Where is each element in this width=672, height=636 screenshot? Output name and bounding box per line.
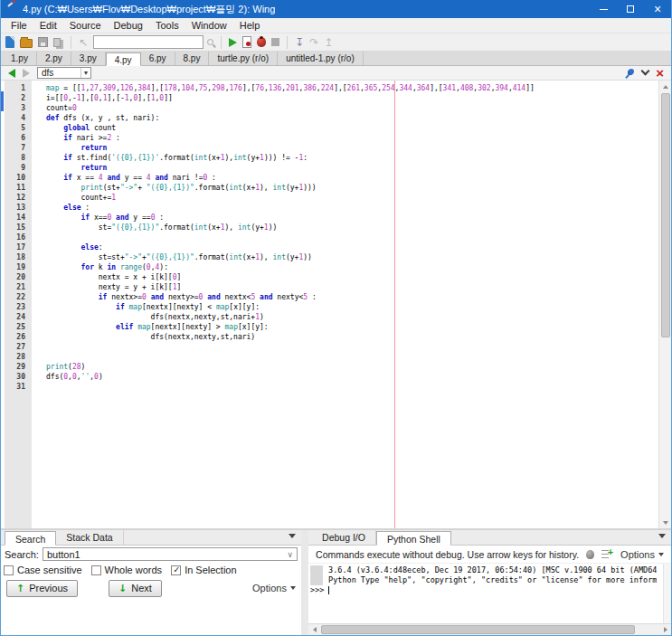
back-icon[interactable] — [8, 69, 15, 78]
shell-options-button[interactable]: Options — [620, 549, 664, 560]
line-number[interactable]: 13 — [5, 203, 32, 213]
code-line[interactable]: elif map[nextx][nexty] > map[x][y]: — [32, 322, 658, 332]
code-line[interactable]: i=[[0,-1],[0,1],[-1,0],[1,0]] — [32, 93, 658, 103]
code-line[interactable] — [32, 233, 658, 242]
code-line[interactable]: nextx = x + i[k][0] — [32, 272, 658, 282]
checkbox-box[interactable] — [171, 565, 181, 575]
add-history-icon[interactable] — [601, 549, 613, 559]
tab-stack-data[interactable]: Stack Data — [56, 530, 123, 545]
line-number[interactable]: 3 — [5, 103, 32, 113]
line-number[interactable]: 26 — [5, 332, 32, 342]
search-icon[interactable] — [207, 39, 213, 45]
search-options-button[interactable]: Options — [252, 583, 296, 593]
debug-toggle-icon[interactable] — [586, 550, 594, 559]
code-line[interactable]: st="({0},{1})".format(int(x+1), int(y+1)… — [32, 223, 658, 233]
close-button[interactable]: × — [644, 0, 671, 18]
editor-gutter[interactable]: 1234567891011121314151617181920212223242… — [5, 81, 32, 528]
code-line[interactable]: global count — [32, 123, 658, 133]
chevron-down-icon[interactable] — [641, 67, 650, 76]
code-line[interactable]: else : — [32, 203, 658, 213]
code-line[interactable] — [32, 352, 658, 362]
checkbox-box[interactable] — [91, 565, 101, 575]
code-line[interactable]: def dfs (x, y , st, nari): — [32, 113, 658, 123]
line-number[interactable]: 7 — [5, 143, 32, 153]
file-tab-6-py[interactable]: 6.py — [141, 52, 175, 65]
code-line[interactable]: if x == 4 and y == 4 and nari !=0 : — [32, 173, 658, 183]
line-number[interactable]: 16 — [5, 233, 32, 242]
menu-edit[interactable]: Edit — [33, 18, 63, 33]
checkbox-case-sensitive[interactable]: Case sensitive — [4, 565, 82, 575]
scrollbar-thumb[interactable] — [321, 625, 635, 634]
file-tab-untitled-1-py-r-o[interactable]: untitled-1.py (r/o) — [278, 52, 364, 65]
shell-prompt-row[interactable]: >>> — [308, 585, 663, 595]
panel-menu-icon[interactable] — [658, 534, 666, 538]
line-number[interactable]: 30 — [5, 372, 32, 382]
file-tab-turtle-py-r-o[interactable]: turtle.py (r/o) — [209, 52, 278, 65]
panel-menu-icon[interactable] — [289, 534, 296, 538]
code-line[interactable]: if nextx>=0 and nexty>=0 and nextx<5 and… — [32, 292, 658, 302]
line-number[interactable]: 19 — [5, 262, 32, 272]
line-number[interactable]: 10 — [5, 173, 32, 183]
step-over-icon[interactable]: ↷ — [309, 37, 318, 48]
code-line[interactable] — [32, 342, 658, 352]
toolbar-search-input[interactable] — [93, 35, 203, 49]
file-tab-8-py[interactable]: 8.py — [175, 52, 210, 65]
code-line[interactable]: st=st+"->"+"({0},{1})".format(int(x+1), … — [32, 252, 658, 262]
code-line[interactable]: print(28) — [32, 362, 658, 372]
file-tab-1-py[interactable]: 1.py — [3, 52, 37, 65]
line-number[interactable]: 14 — [5, 213, 32, 223]
line-number[interactable]: 5 — [5, 123, 32, 133]
menu-file[interactable]: File — [5, 18, 33, 33]
line-number[interactable]: 28 — [5, 352, 32, 362]
previous-button[interactable]: ↑ Previous — [6, 580, 78, 597]
tab-python-shell[interactable]: Python Shell — [376, 531, 451, 546]
checkbox-in-selection[interactable]: In Selection — [171, 565, 236, 575]
line-number[interactable]: 31 — [5, 382, 32, 392]
code-line[interactable]: return — [32, 143, 658, 153]
code-line[interactable] — [32, 382, 658, 392]
code-line[interactable]: for k in range(0,4): — [32, 262, 658, 272]
panel-splitter[interactable] — [301, 530, 308, 635]
file-tab-4-py[interactable]: 4.py — [106, 52, 141, 66]
line-number[interactable]: 25 — [5, 322, 32, 332]
forward-icon[interactable] — [23, 69, 30, 78]
chevron-down-icon[interactable]: ∨ — [284, 550, 297, 559]
shell-vertical-scrollbar[interactable] — [663, 564, 671, 623]
code-line[interactable]: nexty = y + i[k][1] — [32, 282, 658, 292]
shell-horizontal-scrollbar[interactable] — [308, 623, 671, 635]
minimize-button[interactable] — [590, 0, 617, 18]
code-line[interactable]: if map[nextx][nexty] < map[x][y]: — [32, 302, 658, 312]
menu-window[interactable]: Window — [185, 18, 233, 33]
step-out-icon[interactable]: ↥ — [324, 37, 333, 48]
new-file-icon[interactable] — [5, 36, 14, 48]
line-number[interactable]: 17 — [5, 242, 32, 252]
save-all-icon[interactable] — [53, 38, 61, 47]
tab-search[interactable]: Search — [5, 531, 56, 546]
code-line[interactable]: else: — [32, 242, 658, 252]
code-line[interactable]: dfs(nextx,nexty,st,nari+1) — [32, 312, 658, 322]
maximize-button[interactable] — [617, 0, 644, 18]
close-editor-icon[interactable]: × — [656, 68, 664, 79]
code-line[interactable]: dfs(0,0,'',0) — [32, 372, 658, 382]
code-line[interactable]: map = [[1,27,309,126,384],[178,104,75,29… — [32, 83, 658, 93]
pin-icon[interactable] — [625, 68, 635, 79]
line-number[interactable]: 18 — [5, 252, 32, 262]
line-number[interactable]: 12 — [5, 193, 32, 203]
scroll-right-icon[interactable] — [659, 624, 671, 635]
code-line[interactable]: if nari >=2 : — [32, 133, 658, 143]
line-number[interactable]: 29 — [5, 362, 32, 372]
line-number[interactable]: 9 — [5, 163, 32, 173]
menu-source[interactable]: Source — [63, 18, 108, 33]
code-line[interactable]: print(st+"->"+ "({0},{1})".format(int(x+… — [32, 183, 658, 193]
scrollbar-thumb[interactable] — [661, 93, 670, 337]
tab-debug-i-o[interactable]: Debug I/O — [312, 530, 376, 545]
step-into-icon[interactable]: ↧ — [295, 37, 304, 48]
menu-tools[interactable]: Tools — [149, 18, 185, 33]
next-button[interactable]: ↓ Next — [109, 580, 162, 597]
goto-pointer-icon[interactable]: ↖ — [79, 37, 88, 48]
line-number[interactable]: 1 — [5, 83, 32, 93]
line-number[interactable]: 2 — [5, 93, 32, 103]
code-line[interactable]: count=0 — [32, 103, 658, 113]
code-line[interactable]: if st.find('({0},{1})'.format(int(x+1),i… — [32, 153, 658, 163]
checkbox-box[interactable] — [4, 565, 14, 575]
